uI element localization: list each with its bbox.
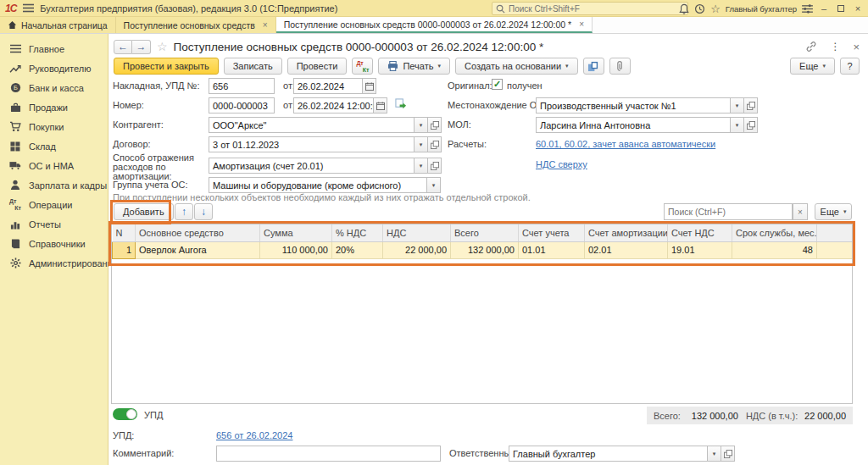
attachments-button[interactable] [609,58,631,75]
tab-home[interactable]: Начальная страница [0,17,116,33]
open-icon[interactable] [428,158,442,174]
close-document-icon[interactable]: × [853,41,860,53]
assets-table[interactable]: N Основное средство Сумма % НДС НДС Всег… [111,224,853,404]
calendar-icon[interactable] [374,97,387,113]
minimize-icon[interactable]: – [818,3,830,14]
post-and-close-button[interactable]: Провести и закрыть [114,58,219,75]
cell-vat[interactable]: 22 000,00 [383,241,451,258]
history-clock-icon[interactable] [694,3,705,14]
cell-vat-account[interactable]: 19.01 [668,241,732,258]
dropdown-icon[interactable]: ▾ [415,117,428,133]
original-received-checkbox[interactable]: ✓ [492,79,503,90]
cell-extra[interactable] [817,241,854,258]
dropdown-icon[interactable]: ▾ [415,136,428,152]
global-search-input[interactable] [509,4,670,14]
sidebar-item-pokupki[interactable]: Покупки [0,117,108,136]
depreciation-method-field[interactable]: Амортизация (счет 20.01) [209,158,415,174]
number-field[interactable]: 0000-000003 [209,97,275,113]
col-sum[interactable]: Сумма [260,224,332,241]
tab-receipts-list[interactable]: Поступление основных средств × [116,17,276,33]
col-vat-rate[interactable]: % НДС [332,224,383,241]
col-total[interactable]: Всего [451,224,519,241]
dropdown-icon[interactable]: ▾ [731,117,744,133]
open-icon[interactable] [428,117,442,133]
add-row-button[interactable]: Добавить [114,203,174,220]
sidebar-item-zarplata-kadry[interactable]: Зарплата и кадры [0,175,108,195]
os-group-field[interactable]: Машины и оборудование (кроме офисного) [209,177,427,193]
dropdown-icon[interactable]: ▾ [427,177,441,193]
col-depr-account[interactable]: Счет амортизации [585,224,668,241]
sidebar-item-glavnoe[interactable]: Главное [0,39,108,58]
favorite-star-icon[interactable]: ☆ [157,40,168,53]
open-icon[interactable] [744,97,758,113]
tab-close-icon[interactable]: × [579,19,584,29]
invoice-date-field[interactable]: 26.02.2024 [293,78,363,94]
create-based-on-button[interactable]: Создать на основании▾ [455,58,578,75]
col-vat[interactable]: НДС [383,224,451,241]
location-field[interactable]: Производственный участок №1 [536,97,731,113]
tab-receipt-document[interactable]: Поступление основных средств 0000-000003… [276,17,593,33]
print-button[interactable]: Печать▾ [378,58,450,75]
sidebar-item-operacii[interactable]: ДтКт Операции [0,195,108,214]
favorites-star-icon[interactable]: ☆ [710,3,721,15]
hamburger-menu-icon[interactable] [22,3,34,14]
number-date-field[interactable]: 26.02.2024 12:00:00 [293,97,374,113]
calendar-icon[interactable] [363,78,376,94]
table-search-field[interactable] [664,203,793,220]
open-icon[interactable] [428,136,442,152]
col-service-life[interactable]: Срок службы, мес. [732,224,817,241]
more-dots-icon[interactable]: ⋮ [830,41,840,53]
settlements-link[interactable]: 60.01, 60.02, зачет аванса автоматически [536,139,715,149]
cell-n[interactable]: 1 [113,241,136,258]
col-account[interactable]: Счет учета [519,224,585,241]
global-search[interactable] [492,2,688,15]
sidebar-item-rukovoditelyu[interactable]: Руководителю [0,58,108,78]
upd-document-link[interactable]: 656 от 26.02.2024 [216,430,292,440]
back-button[interactable]: ← [114,40,132,54]
sidebar-item-prodazhi[interactable]: Продажи [0,97,108,117]
maximize-icon[interactable] [835,3,847,14]
col-asset[interactable]: Основное средство [136,224,260,241]
edo-button[interactable] [583,58,604,75]
sidebar-item-sklad[interactable]: Склад [0,136,108,156]
current-user-label[interactable]: Главный бухгалтер [726,4,797,14]
sidebar-item-otchety[interactable]: Отчеты [0,214,108,234]
cell-depr-account[interactable]: 02.01 [585,241,668,258]
close-icon[interactable]: × [852,3,864,14]
dropdown-icon[interactable]: ▾ [708,446,721,462]
settings-sliders-icon[interactable] [802,4,813,14]
upd-toggle[interactable] [113,408,137,420]
sidebar-item-os-nma[interactable]: ОС и НМА [0,156,108,175]
vat-mode-link[interactable]: НДС сверху [536,159,587,169]
forward-button[interactable]: → [132,40,151,54]
toolbar-more-button[interactable]: Еще▾ [790,58,835,75]
dtkt-postings-button[interactable]: ДтКт [352,58,373,75]
table-more-button[interactable]: Еще▾ [815,203,852,220]
sidebar-item-administrirovanie[interactable]: Администрирование [0,253,108,273]
move-down-button[interactable]: ↓ [194,203,213,220]
search-clear-icon[interactable]: × [793,203,808,220]
sidebar-item-spravochniki[interactable]: Справочники [0,234,108,253]
set-current-date-icon[interactable] [395,98,407,110]
invoice-number-field[interactable]: 656 [209,78,275,94]
cell-asset[interactable]: Оверлок Aurora [136,241,260,258]
move-up-button[interactable]: ↑ [175,203,193,220]
table-row[interactable]: 1 Оверлок Aurora 110 000,00 20% 22 000,0… [113,241,854,258]
post-button[interactable]: Провести [287,58,348,75]
get-link-icon[interactable] [805,41,817,53]
comment-field[interactable] [216,446,441,462]
open-icon[interactable] [721,446,735,462]
contract-field[interactable]: 3 от 01.12.2023 [209,136,415,152]
tab-close-icon[interactable]: × [263,20,268,30]
mol-field[interactable]: Ларсина Инна Антоновна [536,117,731,133]
col-vat-account[interactable]: Счет НДС [668,224,732,241]
responsible-field[interactable]: Главный бухгалтер [509,446,708,462]
dropdown-icon[interactable]: ▾ [731,97,744,113]
counterparty-field[interactable]: ООО"Арксе" [209,117,415,133]
table-search-input[interactable] [668,207,788,217]
cell-total[interactable]: 132 000,00 [451,241,519,258]
col-n[interactable]: N [113,224,136,241]
dropdown-icon[interactable]: ▾ [415,158,428,174]
cell-service-life[interactable]: 48 [732,241,817,258]
open-icon[interactable] [744,117,758,133]
